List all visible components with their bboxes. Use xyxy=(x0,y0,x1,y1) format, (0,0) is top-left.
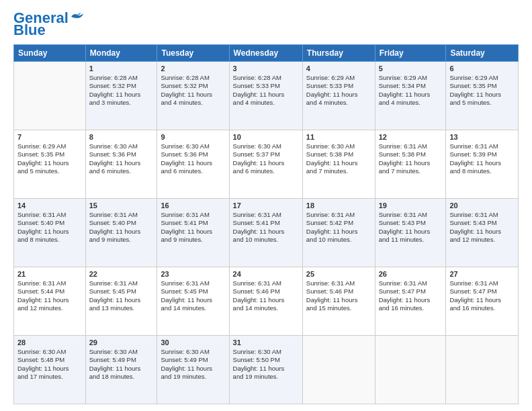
col-header-tuesday: Tuesday xyxy=(157,45,229,62)
calendar-cell: 14Sunrise: 6:31 AM Sunset: 5:40 PM Dayli… xyxy=(14,199,86,267)
header-row: SundayMondayTuesdayWednesdayThursdayFrid… xyxy=(14,45,519,62)
calendar-cell: 8Sunrise: 6:30 AM Sunset: 5:36 PM Daylig… xyxy=(85,130,157,199)
day-number: 5 xyxy=(379,64,443,73)
cell-content: Sunrise: 6:30 AM Sunset: 5:37 PM Dayligh… xyxy=(233,142,299,175)
day-number: 18 xyxy=(306,201,371,210)
calendar-cell: 20Sunrise: 6:31 AM Sunset: 5:43 PM Dayli… xyxy=(446,199,519,267)
calendar-cell: 3Sunrise: 6:28 AM Sunset: 5:33 PM Daylig… xyxy=(229,62,302,130)
day-number: 4 xyxy=(306,64,371,73)
cell-content: Sunrise: 6:29 AM Sunset: 5:33 PM Dayligh… xyxy=(306,74,371,107)
col-header-saturday: Saturday xyxy=(446,45,519,62)
calendar-cell: 29Sunrise: 6:30 AM Sunset: 5:49 PM Dayli… xyxy=(85,336,157,404)
calendar-cell: 24Sunrise: 6:31 AM Sunset: 5:46 PM Dayli… xyxy=(229,267,302,336)
calendar-cell xyxy=(14,62,86,130)
cell-content: Sunrise: 6:31 AM Sunset: 5:40 PM Dayligh… xyxy=(17,211,82,244)
day-number: 16 xyxy=(161,201,225,210)
day-number: 29 xyxy=(89,338,154,347)
cell-content: Sunrise: 6:30 AM Sunset: 5:49 PM Dayligh… xyxy=(161,348,225,381)
day-number: 10 xyxy=(233,133,299,141)
day-number: 3 xyxy=(233,64,299,73)
day-number: 12 xyxy=(379,133,443,141)
calendar-cell xyxy=(375,336,446,404)
calendar-cell: 17Sunrise: 6:31 AM Sunset: 5:41 PM Dayli… xyxy=(229,199,302,267)
col-header-sunday: Sunday xyxy=(14,45,86,62)
page: General Blue SundayMondayTuesdayWednesda… xyxy=(0,0,532,411)
calendar-cell: 27Sunrise: 6:31 AM Sunset: 5:47 PM Dayli… xyxy=(446,267,519,336)
day-number: 1 xyxy=(89,64,154,73)
day-number: 8 xyxy=(89,133,154,141)
calendar-cell: 10Sunrise: 6:30 AM Sunset: 5:37 PM Dayli… xyxy=(229,130,302,199)
week-row-1: 1Sunrise: 6:28 AM Sunset: 5:32 PM Daylig… xyxy=(14,62,519,130)
week-row-3: 14Sunrise: 6:31 AM Sunset: 5:40 PM Dayli… xyxy=(14,199,519,267)
day-number: 27 xyxy=(449,270,515,278)
day-number: 13 xyxy=(449,133,515,141)
calendar-cell: 30Sunrise: 6:30 AM Sunset: 5:49 PM Dayli… xyxy=(157,336,229,404)
week-row-5: 28Sunrise: 6:30 AM Sunset: 5:48 PM Dayli… xyxy=(14,336,519,404)
calendar-cell xyxy=(446,336,519,404)
calendar-cell: 23Sunrise: 6:31 AM Sunset: 5:45 PM Dayli… xyxy=(157,267,229,336)
calendar-cell: 19Sunrise: 6:31 AM Sunset: 5:43 PM Dayli… xyxy=(375,199,446,267)
logo-blue: Blue xyxy=(13,23,46,38)
cell-content: Sunrise: 6:28 AM Sunset: 5:33 PM Dayligh… xyxy=(233,74,299,107)
cell-content: Sunrise: 6:31 AM Sunset: 5:46 PM Dayligh… xyxy=(306,279,371,312)
cell-content: Sunrise: 6:31 AM Sunset: 5:40 PM Dayligh… xyxy=(89,211,154,244)
calendar-cell: 11Sunrise: 6:30 AM Sunset: 5:38 PM Dayli… xyxy=(302,130,375,199)
cell-content: Sunrise: 6:30 AM Sunset: 5:36 PM Dayligh… xyxy=(161,142,225,175)
calendar-cell: 1Sunrise: 6:28 AM Sunset: 5:32 PM Daylig… xyxy=(85,62,157,130)
calendar-cell: 22Sunrise: 6:31 AM Sunset: 5:45 PM Dayli… xyxy=(85,267,157,336)
calendar-cell: 15Sunrise: 6:31 AM Sunset: 5:40 PM Dayli… xyxy=(85,199,157,267)
cell-content: Sunrise: 6:31 AM Sunset: 5:38 PM Dayligh… xyxy=(379,142,443,175)
cell-content: Sunrise: 6:30 AM Sunset: 5:48 PM Dayligh… xyxy=(17,348,82,381)
cell-content: Sunrise: 6:30 AM Sunset: 5:50 PM Dayligh… xyxy=(233,348,299,381)
day-number: 30 xyxy=(161,338,225,347)
day-number: 15 xyxy=(89,201,154,210)
cell-content: Sunrise: 6:31 AM Sunset: 5:43 PM Dayligh… xyxy=(449,211,515,244)
calendar-cell: 18Sunrise: 6:31 AM Sunset: 5:42 PM Dayli… xyxy=(302,199,375,267)
header: General Blue xyxy=(13,11,519,38)
week-row-2: 7Sunrise: 6:29 AM Sunset: 5:35 PM Daylig… xyxy=(14,130,519,199)
calendar-cell: 6Sunrise: 6:29 AM Sunset: 5:35 PM Daylig… xyxy=(446,62,519,130)
calendar-cell: 26Sunrise: 6:31 AM Sunset: 5:47 PM Dayli… xyxy=(375,267,446,336)
logo: General Blue xyxy=(13,11,85,38)
cell-content: Sunrise: 6:31 AM Sunset: 5:41 PM Dayligh… xyxy=(161,211,225,244)
calendar-cell: 28Sunrise: 6:30 AM Sunset: 5:48 PM Dayli… xyxy=(14,336,86,404)
cell-content: Sunrise: 6:31 AM Sunset: 5:45 PM Dayligh… xyxy=(89,279,154,312)
day-number: 7 xyxy=(17,133,82,141)
day-number: 6 xyxy=(449,64,515,73)
day-number: 26 xyxy=(379,270,443,278)
calendar-cell xyxy=(302,336,375,404)
calendar-cell: 21Sunrise: 6:31 AM Sunset: 5:44 PM Dayli… xyxy=(14,267,86,336)
cell-content: Sunrise: 6:30 AM Sunset: 5:36 PM Dayligh… xyxy=(89,142,154,175)
cell-content: Sunrise: 6:29 AM Sunset: 5:34 PM Dayligh… xyxy=(379,74,443,107)
cell-content: Sunrise: 6:28 AM Sunset: 5:32 PM Dayligh… xyxy=(161,74,225,107)
cell-content: Sunrise: 6:31 AM Sunset: 5:43 PM Dayligh… xyxy=(379,211,443,244)
cell-content: Sunrise: 6:31 AM Sunset: 5:45 PM Dayligh… xyxy=(161,279,225,312)
day-number: 20 xyxy=(449,201,515,210)
day-number: 9 xyxy=(161,133,225,141)
cell-content: Sunrise: 6:31 AM Sunset: 5:46 PM Dayligh… xyxy=(233,279,299,312)
logo-bird-icon xyxy=(70,11,85,22)
cell-content: Sunrise: 6:31 AM Sunset: 5:42 PM Dayligh… xyxy=(306,211,371,244)
calendar-cell: 7Sunrise: 6:29 AM Sunset: 5:35 PM Daylig… xyxy=(14,130,86,199)
cell-content: Sunrise: 6:31 AM Sunset: 5:44 PM Dayligh… xyxy=(17,279,82,312)
cell-content: Sunrise: 6:30 AM Sunset: 5:38 PM Dayligh… xyxy=(306,142,371,175)
calendar-table: SundayMondayTuesdayWednesdayThursdayFrid… xyxy=(13,44,519,404)
calendar-cell: 31Sunrise: 6:30 AM Sunset: 5:50 PM Dayli… xyxy=(229,336,302,404)
cell-content: Sunrise: 6:28 AM Sunset: 5:32 PM Dayligh… xyxy=(89,74,154,107)
calendar-cell: 2Sunrise: 6:28 AM Sunset: 5:32 PM Daylig… xyxy=(157,62,229,130)
day-number: 31 xyxy=(233,338,299,347)
cell-content: Sunrise: 6:31 AM Sunset: 5:41 PM Dayligh… xyxy=(233,211,299,244)
day-number: 14 xyxy=(17,201,82,210)
col-header-monday: Monday xyxy=(85,45,157,62)
calendar-cell: 4Sunrise: 6:29 AM Sunset: 5:33 PM Daylig… xyxy=(302,62,375,130)
day-number: 25 xyxy=(306,270,371,278)
day-number: 19 xyxy=(379,201,443,210)
cell-content: Sunrise: 6:29 AM Sunset: 5:35 PM Dayligh… xyxy=(449,74,515,107)
calendar-cell: 9Sunrise: 6:30 AM Sunset: 5:36 PM Daylig… xyxy=(157,130,229,199)
day-number: 21 xyxy=(17,270,82,278)
col-header-friday: Friday xyxy=(375,45,446,62)
cell-content: Sunrise: 6:30 AM Sunset: 5:49 PM Dayligh… xyxy=(89,348,154,381)
calendar-cell: 13Sunrise: 6:31 AM Sunset: 5:39 PM Dayli… xyxy=(446,130,519,199)
calendar-cell: 5Sunrise: 6:29 AM Sunset: 5:34 PM Daylig… xyxy=(375,62,446,130)
col-header-thursday: Thursday xyxy=(302,45,375,62)
